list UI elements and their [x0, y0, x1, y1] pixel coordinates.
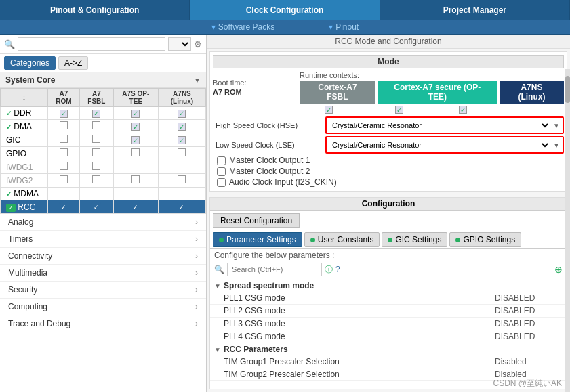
checkbox-ddr-a7fsbl[interactable]: ✓: [92, 110, 100, 118]
lse-select[interactable]: Crystal/Ceramic Resonator: [327, 137, 550, 152]
param-group-spread[interactable]: ▼ Spread spectrum mode: [210, 280, 567, 292]
gear-icon[interactable]: ⚙: [194, 39, 202, 49]
tab-pinout[interactable]: Pinout & Configuration: [0, 0, 190, 20]
check-cell[interactable]: [80, 174, 114, 188]
check-cell[interactable]: [48, 160, 80, 174]
checkbox[interactable]: [60, 121, 68, 129]
config-tab-gpio[interactable]: GPIO Settings: [449, 232, 521, 247]
category-item-analog[interactable]: Analog ›: [0, 214, 206, 231]
category-item-timers[interactable]: Timers ›: [0, 231, 206, 248]
config-tab-user-constants[interactable]: User Constants: [304, 232, 380, 247]
check-cell[interactable]: [158, 147, 205, 160]
mco1-checkbox[interactable]: [217, 156, 226, 165]
filter-tab-categories[interactable]: Categories: [4, 56, 56, 70]
checkbox[interactable]: [92, 162, 100, 170]
check-cell[interactable]: [113, 160, 158, 174]
checkbox-rcc[interactable]: ✓: [59, 202, 68, 212]
check-cell[interactable]: ✓: [158, 120, 205, 133]
checkbox[interactable]: [92, 135, 100, 143]
check-cell[interactable]: [80, 160, 114, 174]
tab-clock[interactable]: Clock Configuration: [190, 0, 380, 20]
check-cell[interactable]: [80, 188, 114, 200]
check-cell[interactable]: ✓: [48, 107, 80, 120]
checkbox[interactable]: [178, 175, 186, 183]
param-search-input[interactable]: [227, 263, 322, 276]
config-tab-gic[interactable]: GIC Settings: [382, 232, 447, 247]
ctx-btn-linux[interactable]: A7NS (Linux): [500, 81, 564, 104]
check-cell[interactable]: [158, 160, 205, 174]
scrollbar-thumb[interactable]: [565, 76, 570, 103]
search-input[interactable]: [18, 37, 165, 51]
check-cell[interactable]: [48, 174, 80, 188]
category-item-connectivity[interactable]: Connectivity ›: [0, 248, 206, 265]
check-cell[interactable]: ✓: [158, 107, 205, 120]
checkbox[interactable]: [60, 175, 68, 183]
check-cell[interactable]: [113, 147, 158, 160]
check-cell[interactable]: [158, 188, 205, 200]
table-row-rcc[interactable]: ✓ RCC ✓ ✓ ✓ ✓: [1, 200, 206, 214]
check-cell[interactable]: ✓: [80, 200, 114, 214]
checkbox[interactable]: [60, 135, 68, 143]
check-cell[interactable]: ✓: [48, 200, 80, 214]
check-cell[interactable]: ✓: [80, 107, 114, 120]
checkbox-ddr-a7rom[interactable]: ✓: [60, 110, 68, 118]
config-tab-parameter[interactable]: Parameter Settings: [213, 232, 302, 247]
checkbox[interactable]: ✓: [131, 136, 140, 144]
checkbox[interactable]: ✓: [178, 136, 186, 144]
check-cell[interactable]: ✓: [113, 107, 158, 120]
checkbox-ddr-a7s[interactable]: ✓: [131, 110, 140, 118]
checkbox[interactable]: [92, 121, 100, 129]
checkbox[interactable]: [131, 148, 140, 156]
sub-item-pinout[interactable]: ▾ Pinout: [329, 22, 359, 32]
system-core-section[interactable]: System Core ▼: [0, 72, 206, 88]
category-item-security[interactable]: Security ›: [0, 282, 206, 299]
checkbox-fsbl[interactable]: ✓: [325, 106, 333, 114]
check-cell[interactable]: ✓: [113, 200, 158, 214]
info-icon[interactable]: ⓘ: [325, 264, 333, 276]
checkbox[interactable]: [60, 148, 68, 156]
scrollbar[interactable]: [565, 69, 570, 392]
check-cell[interactable]: ✓: [158, 133, 205, 147]
expand-icon[interactable]: ⊕: [554, 264, 563, 275]
checkbox[interactable]: [178, 148, 186, 156]
sub-item-sw-packs[interactable]: ▾ Software Packs: [211, 22, 274, 32]
checkbox[interactable]: ✓: [178, 123, 186, 131]
check-cell[interactable]: ✓: [158, 200, 205, 214]
i2s-checkbox[interactable]: [217, 178, 226, 187]
reset-config-button[interactable]: Reset Configuration: [213, 213, 300, 228]
search-dropdown[interactable]: [168, 37, 191, 51]
checkbox-linux[interactable]: ✓: [459, 106, 467, 114]
category-item-multimedia[interactable]: Multimedia ›: [0, 265, 206, 282]
checkbox-rcc[interactable]: ✓: [91, 202, 101, 212]
check-cell[interactable]: [48, 120, 80, 133]
check-cell[interactable]: [158, 174, 205, 188]
category-item-computing[interactable]: Computing ›: [0, 299, 206, 315]
checkbox[interactable]: [60, 162, 68, 170]
ctx-btn-optee[interactable]: Cortex-A7 secure (OP-TEE): [378, 81, 497, 104]
hse-select[interactable]: Crystal/Ceramic Resonator: [327, 118, 550, 133]
check-cell[interactable]: [113, 188, 158, 200]
checkbox-rcc[interactable]: ✓: [131, 202, 140, 212]
tab-project[interactable]: Project Manager: [380, 0, 570, 20]
mco2-checkbox[interactable]: [217, 167, 226, 176]
param-group-rcc[interactable]: ▼ RCC Parameters: [210, 343, 567, 355]
ctx-btn-fsbl[interactable]: Cortex-A7 FSBL: [300, 81, 375, 104]
check-cell[interactable]: ✓: [113, 120, 158, 133]
check-cell[interactable]: [48, 133, 80, 147]
checkbox[interactable]: ✓: [131, 123, 140, 131]
check-cell[interactable]: [80, 133, 114, 147]
checkbox-ddr-a7ns[interactable]: ✓: [178, 110, 186, 118]
filter-tab-az[interactable]: A->Z: [58, 56, 88, 70]
checkbox[interactable]: [92, 175, 100, 183]
help-icon[interactable]: ?: [335, 265, 340, 274]
col-header-sort[interactable]: ↕: [1, 89, 48, 107]
check-cell[interactable]: [48, 188, 80, 200]
check-cell[interactable]: [113, 174, 158, 188]
checkbox[interactable]: [131, 175, 140, 183]
check-cell[interactable]: [80, 120, 114, 133]
check-cell[interactable]: ✓: [113, 133, 158, 147]
checkbox[interactable]: [92, 148, 100, 156]
checkbox-rcc[interactable]: ✓: [177, 202, 186, 212]
checkbox-optee[interactable]: ✓: [395, 106, 403, 114]
check-cell[interactable]: [80, 147, 114, 160]
